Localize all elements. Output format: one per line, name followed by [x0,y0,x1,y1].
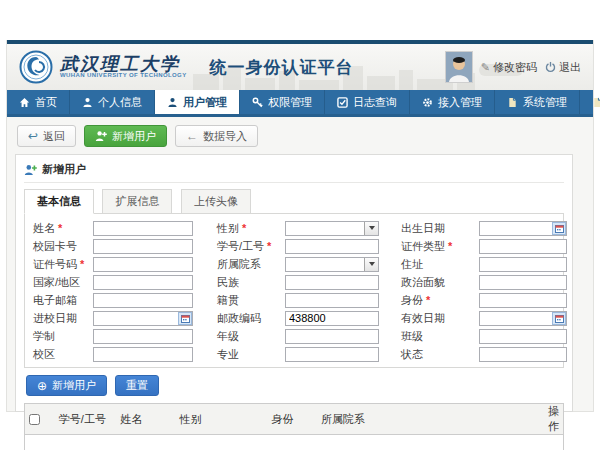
home-icon [19,97,30,108]
field-label-campus-card: 校园卡号 [29,239,93,254]
form-actions: ⊕ 新增用户 重置 [26,375,564,396]
field-label-gender: 性别* [193,221,285,236]
student-id-input[interactable] [285,239,379,254]
field-label-class: 班级 [379,329,479,344]
field-label-identity: 身份* [379,293,479,308]
native-place-input[interactable] [285,293,379,308]
email-input[interactable] [93,293,193,308]
logout-link[interactable]: 退出 [545,60,581,75]
university-name-block: 武汉理工大学 WUHAN UNIVERSITY OF TECHNOLOGY [60,57,187,78]
field-label-duration: 学制 [29,329,93,344]
field-label-id-number: 证件号码* [29,257,93,272]
field-label-ethnicity: 民族 [193,275,285,290]
nav-tab-logs[interactable]: 日志查询 [325,90,410,114]
tab-upload-avatar[interactable]: 上传头像 [181,189,251,214]
empty-table-row [25,435,564,450]
file-icon [507,97,518,108]
undo-arrow-icon: ↩ [28,130,38,142]
field-label-grade: 年级 [193,329,285,344]
major-input[interactable] [285,347,379,362]
identity-input[interactable] [479,293,567,308]
change-password-link[interactable]: ✎ 修改密码 [481,60,537,75]
left-arrow-icon: ← [186,130,198,142]
back-button[interactable]: ↩ 返回 [17,125,76,147]
campus-card-input[interactable] [93,239,193,254]
col-name: 姓名 [116,404,175,435]
calendar-icon [181,314,190,323]
nav-tab-user-management[interactable]: 用户管理 [155,90,240,114]
panel-title-row: 新增用户 [24,162,564,183]
country-input[interactable] [93,275,193,290]
empty-cell [25,435,564,450]
add-user-icon [95,130,107,142]
calendar-button[interactable] [552,312,566,325]
dropdown-button[interactable] [364,222,378,235]
screenshot-canvas: 武汉理工大学 WUHAN UNIVERSITY OF TECHNOLOGY 统一… [0,0,600,450]
id-type-input[interactable] [479,239,567,254]
basic-info-form: 姓名* 性别* 出生日期 校园卡号 学号/工号* 证件类型* 证件号码* [24,213,564,368]
political-status-input[interactable] [479,275,567,290]
field-label-status: 状态 [379,347,479,362]
nav-label: 个人信息 [98,95,142,110]
university-name: 武汉理工大学 [60,57,187,72]
key-icon [252,97,263,108]
id-number-input[interactable] [93,257,193,272]
nav-tab-subscription[interactable]: 订阅管理 [580,90,600,114]
field-label-campus: 校区 [29,347,93,362]
data-import-label: 数据导入 [203,129,247,144]
user-avatar [445,51,473,83]
chevron-down-icon [369,262,375,266]
ethnicity-input[interactable] [285,275,379,290]
status-input[interactable] [479,347,567,362]
nav-tab-access[interactable]: 接入管理 [410,90,495,114]
col-actions: 操作 [544,404,564,435]
nav-label: 接入管理 [438,95,482,110]
nav-tab-permissions[interactable]: 权限管理 [240,90,325,114]
file-icon [592,97,600,108]
field-label-department: 所属院系 [193,257,285,272]
calendar-button[interactable] [552,222,566,235]
power-icon [545,61,556,73]
calendar-button[interactable] [178,312,192,325]
duration-input[interactable] [93,329,193,344]
toolbar: ↩ 返回 新增用户 ← 数据导入 [17,125,585,147]
logout-label: 退出 [559,60,581,75]
dropdown-button[interactable] [364,258,378,271]
nav-label: 日志查询 [353,95,397,110]
select-all-checkbox[interactable] [29,414,40,425]
reset-button[interactable]: 重置 [115,375,159,396]
nav-tab-system[interactable]: 系统管理 [495,90,580,114]
nav-bottom-strip [7,114,593,117]
postal-code-input[interactable] [285,311,379,326]
name-input[interactable] [93,221,193,236]
content-area: ↩ 返回 新增用户 ← 数据导入 [7,117,593,412]
person-icon [167,97,178,108]
field-label-student-id: 学号/工号* [193,239,285,254]
col-department: 所属院系 [317,404,544,435]
field-label-country: 国家/地区 [29,275,93,290]
col-gender: 性别 [176,404,268,435]
reset-label: 重置 [126,378,148,393]
campus-input[interactable] [93,347,193,362]
col-student-id: 学号/工号 [55,404,116,435]
nav-label: 权限管理 [268,95,312,110]
tab-basic-info[interactable]: 基本信息 [24,189,94,214]
platform-title: 统一身份认证平台 [210,56,354,79]
form-tabs: 基本信息 扩展信息 上传头像 [24,189,564,214]
add-user-toolbar-button[interactable]: 新增用户 [84,125,167,147]
address-input[interactable] [479,257,567,272]
nav-tab-home[interactable]: 首页 [7,90,70,114]
grade-input[interactable] [285,329,379,344]
table-header-row: 学号/工号 姓名 性别 身份 所属院系 操作 [25,404,564,435]
tab-extended-info[interactable]: 扩展信息 [102,189,172,214]
data-import-button[interactable]: ← 数据导入 [175,125,258,147]
university-name-en: WUHAN UNIVERSITY OF TECHNOLOGY [60,72,187,78]
change-password-label: 修改密码 [493,60,537,75]
app-window: 武汉理工大学 WUHAN UNIVERSITY OF TECHNOLOGY 统一… [6,40,594,412]
field-label-valid-date: 有效日期 [379,311,479,326]
submit-add-user-button[interactable]: ⊕ 新增用户 [26,375,107,396]
nav-tab-profile[interactable]: 个人信息 [70,90,155,114]
class-input[interactable] [479,329,567,344]
nav-label: 用户管理 [183,95,227,110]
plus-circle-icon: ⊕ [37,380,47,392]
